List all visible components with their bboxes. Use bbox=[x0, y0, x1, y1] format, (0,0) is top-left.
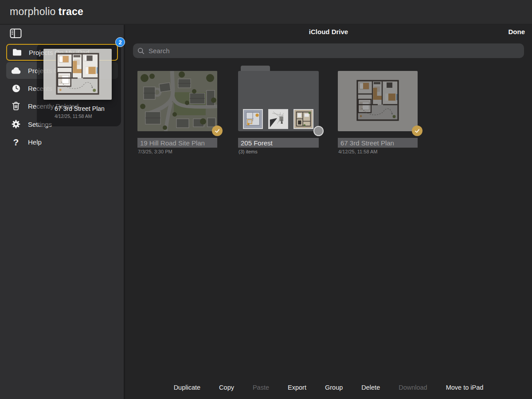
folder-icon bbox=[11, 48, 23, 56]
search-bar[interactable] bbox=[133, 43, 524, 58]
file-date: 4/12/25, 11:58 AM bbox=[338, 149, 377, 154]
folder-preview-1 bbox=[243, 109, 263, 129]
copy-button[interactable]: Copy bbox=[219, 384, 234, 391]
question-icon: ? bbox=[10, 137, 22, 147]
folder-thumbnail-205-forest[interactable] bbox=[238, 71, 319, 131]
file-title-text: 19 Hill Road Site Plan bbox=[140, 139, 205, 147]
folder-preview-2 bbox=[268, 109, 288, 129]
download-button: Download bbox=[399, 384, 427, 391]
export-button[interactable]: Export bbox=[288, 384, 306, 391]
page-title: iCloud Drive bbox=[125, 28, 532, 35]
drag-preview-date: 4/12/25, 11:58 AM bbox=[55, 113, 92, 119]
file-title-text: 67 3rd Street Plan bbox=[340, 139, 394, 147]
duplicate-button[interactable]: Duplicate bbox=[174, 384, 200, 391]
unselected-circle[interactable] bbox=[313, 126, 324, 136]
selected-checkmark[interactable] bbox=[212, 125, 223, 136]
floor-plan-art bbox=[49, 52, 106, 97]
delete-button[interactable]: Delete bbox=[361, 384, 380, 391]
paste-button: Paste bbox=[253, 384, 269, 391]
file-date: 7/3/25, 3:30 PM bbox=[138, 149, 172, 154]
sidebar-item-label: Help bbox=[28, 138, 42, 146]
folder-item-count: (3) items bbox=[239, 149, 258, 154]
file-thumbnail-67-3rd-street[interactable] bbox=[338, 71, 418, 131]
folder-preview-3 bbox=[293, 109, 313, 129]
folder-preview-strip bbox=[243, 109, 313, 129]
file-title: 205 Forest bbox=[238, 138, 319, 148]
gear-icon bbox=[10, 120, 22, 129]
brand-morpholio: morpholio bbox=[10, 6, 56, 17]
drag-preview-title: 67 3rd Street Plan bbox=[55, 105, 105, 112]
drag-preview-card[interactable] bbox=[43, 49, 112, 100]
file-thumbnail-19-hill-road[interactable] bbox=[137, 71, 217, 131]
done-button[interactable]: Done bbox=[509, 28, 525, 35]
bottom-toolbar: Duplicate Copy Paste Export Group Delete… bbox=[125, 384, 532, 391]
cloud-icon bbox=[10, 67, 22, 74]
brand-trace: trace bbox=[59, 6, 83, 17]
magnifier-icon bbox=[137, 47, 145, 55]
file-title-text: 205 Forest bbox=[241, 139, 273, 147]
file-title: 67 3rd Street Plan bbox=[338, 138, 418, 148]
search-input[interactable] bbox=[148, 47, 520, 55]
group-button[interactable]: Group bbox=[325, 384, 343, 391]
app-window: morpholiotrace Projects On My iPad Proje… bbox=[0, 0, 532, 399]
move-to-ipad-button[interactable]: Move to iPad bbox=[446, 384, 484, 391]
app-logo: morpholiotrace bbox=[10, 6, 83, 18]
top-brand-bar: morpholiotrace bbox=[0, 0, 532, 24]
drag-count-badge: 2 bbox=[115, 37, 125, 47]
trash-icon bbox=[10, 102, 22, 110]
floor-plan-art bbox=[350, 79, 406, 123]
sidebar-item-help[interactable]: ? Help bbox=[6, 133, 118, 150]
file-title: 19 Hill Road Site Plan bbox=[137, 138, 217, 148]
sidebar-toggle-icon[interactable] bbox=[10, 28, 22, 39]
site-plan-art bbox=[137, 71, 217, 131]
selected-checkmark[interactable] bbox=[412, 125, 422, 136]
clock-icon bbox=[10, 84, 22, 93]
